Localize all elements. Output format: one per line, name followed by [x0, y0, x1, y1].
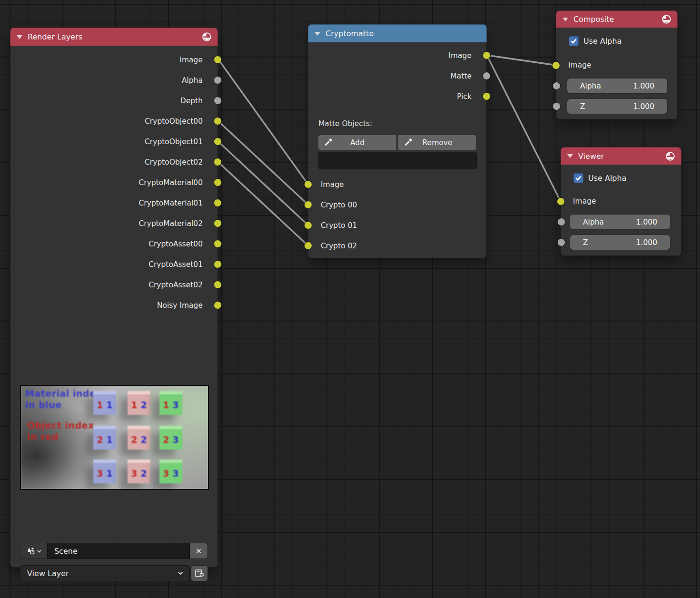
socket-crypto02-input[interactable]	[304, 242, 312, 250]
preview-cube-32: 32	[128, 460, 150, 483]
output-row: Depth	[10, 90, 217, 111]
unlink-scene-button[interactable]: ✕	[190, 543, 208, 559]
socket-cryptoobject02-output[interactable]	[214, 158, 222, 166]
render-layers-node-header[interactable]: Render Layers	[10, 28, 218, 46]
z-slider[interactable]: Z 1.000	[567, 98, 668, 114]
node-type-sphere-icon	[202, 32, 211, 41]
socket-cryptoasset01-output[interactable]	[214, 260, 222, 268]
collapse-icon[interactable]	[567, 154, 573, 158]
socket-matte-output[interactable]	[483, 72, 491, 80]
image-input-row: Image	[573, 196, 596, 207]
viewer-node-body: Use Alpha Image Alpha 1.000 Z 1.000	[561, 165, 681, 256]
socket-label: CryptoObject00	[145, 117, 203, 126]
socket-image-input[interactable]	[557, 197, 565, 206]
socket-crypto01-input[interactable]	[304, 221, 312, 229]
output-row: Image	[308, 45, 486, 66]
blender-compositor-canvas[interactable]: { "colors": { "header_red": "#ad3f4f", "…	[0, 0, 700, 598]
render-single-layer-button[interactable]	[191, 565, 208, 581]
alpha-slider[interactable]: Alpha 1.000	[570, 214, 670, 230]
socket-alpha-input[interactable]	[557, 218, 565, 226]
preview-cube-11: 11	[93, 391, 116, 415]
socket-z-input[interactable]	[557, 238, 565, 246]
viewer-node[interactable]: Viewer Use Alpha Image Alpha 1.000	[561, 147, 681, 256]
cryptomatte-node-header[interactable]: Cryptomatte	[308, 24, 487, 42]
collapse-icon[interactable]	[562, 18, 568, 21]
node-title: Render Layers	[28, 32, 197, 41]
render-layers-node-body: Image Alpha Depth CryptoObject00 CryptoO…	[10, 46, 218, 568]
link-image-to-cryptomatte-image[interactable]	[218, 59, 308, 184]
node-title: Viewer	[578, 152, 661, 161]
composite-node[interactable]: Composite Use Alpha Image Alpha 1.000	[556, 10, 678, 119]
socket-label: CryptoAsset01	[148, 260, 203, 269]
matte-buttons-row: Add Remove	[318, 135, 477, 150]
link-cryptomatte-image-to-composite[interactable]	[487, 55, 556, 65]
socket-noisy-image-output[interactable]	[214, 301, 222, 309]
link-cryptoobject01-to-crypto01[interactable]	[218, 142, 308, 225]
scene-selector-row: Scene ✕	[20, 543, 208, 559]
socket-label: Alpha	[182, 76, 203, 85]
add-button[interactable]: Add	[318, 135, 397, 150]
socket-image-output[interactable]	[214, 56, 222, 64]
link-cryptoobject00-to-crypto00[interactable]	[218, 121, 308, 205]
matte-id-list-field[interactable]	[318, 152, 477, 169]
output-row: Noisy Image	[10, 295, 217, 315]
preview-cube-21: 21	[93, 426, 116, 450]
composite-node-header[interactable]: Composite	[556, 10, 678, 28]
collapse-icon[interactable]	[17, 35, 22, 39]
output-row: CryptoMaterial01	[10, 193, 217, 213]
preview-caption-object: Object index in red	[27, 420, 94, 443]
socket-cryptoasset00-output[interactable]	[214, 240, 222, 248]
output-row: Image	[10, 49, 217, 70]
socket-cryptoobject00-output[interactable]	[214, 117, 222, 125]
scene-browse-button[interactable]	[20, 543, 47, 559]
z-label: Z	[580, 102, 585, 111]
use-alpha-label: Use Alpha	[583, 37, 621, 46]
collapse-icon[interactable]	[315, 32, 320, 36]
viewer-node-header[interactable]: Viewer	[561, 147, 681, 165]
socket-image-output[interactable]	[483, 51, 491, 59]
z-slider[interactable]: Z 1.000	[570, 235, 670, 250]
scene-name-field[interactable]: Scene	[47, 543, 190, 559]
composite-node-body: Use Alpha Image Alpha 1.000 Z 1.000	[556, 28, 678, 119]
cryptomatte-node[interactable]: Cryptomatte Image Matte Pick Matte Objec…	[308, 24, 487, 258]
socket-label: Image	[321, 180, 344, 189]
socket-pick-output[interactable]	[483, 92, 491, 100]
socket-depth-output[interactable]	[214, 97, 222, 105]
socket-label: CryptoAsset00	[148, 240, 203, 248]
output-row: Alpha	[10, 70, 217, 90]
socket-cryptomaterial00-output[interactable]	[214, 178, 222, 186]
socket-cryptomaterial01-output[interactable]	[214, 199, 222, 207]
matte-objects-label: Matte Objects:	[318, 118, 486, 129]
socket-alpha-input[interactable]	[552, 82, 561, 90]
socket-z-input[interactable]	[552, 102, 561, 110]
scene-icon	[26, 546, 36, 556]
preview-cube-13: 13	[159, 391, 182, 415]
link-cryptoobject02-to-crypto02[interactable]	[218, 162, 308, 245]
use-alpha-checkbox[interactable]	[569, 36, 579, 46]
socket-cryptoobject01-output[interactable]	[214, 137, 222, 146]
socket-image-input[interactable]	[304, 180, 312, 188]
use-alpha-checkbox[interactable]	[573, 173, 583, 183]
socket-alpha-output[interactable]	[214, 76, 222, 84]
render-layers-node[interactable]: Render Layers Image Alpha Depth CryptoOb…	[10, 28, 218, 568]
link-cryptomatte-image-to-viewer[interactable]	[487, 55, 561, 201]
socket-cryptoasset02-output[interactable]	[214, 281, 222, 289]
socket-label: CryptoMaterial01	[139, 199, 203, 207]
socket-label: Matte	[450, 72, 472, 80]
view-layer-select[interactable]: View Layer	[20, 565, 189, 581]
remove-button[interactable]: Remove	[398, 135, 477, 150]
alpha-slider[interactable]: Alpha 1.000	[567, 78, 668, 94]
cryptomatte-node-body: Image Matte Pick Matte Objects: Add Remo…	[308, 42, 487, 258]
socket-crypto00-input[interactable]	[304, 201, 312, 209]
socket-label: Image	[448, 51, 472, 60]
view-layer-value: View Layer	[27, 569, 69, 578]
z-value: 1.000	[636, 238, 657, 247]
socket-image-input[interactable]	[552, 61, 560, 69]
remove-button-label: Remove	[423, 138, 453, 147]
cryptomatte-inputs: Image Crypto 00 Crypto 01 Crypto 02	[308, 174, 486, 256]
preview-cube-12: 12	[128, 391, 150, 415]
node-preview-image: Material index in blue Object index in r…	[20, 385, 209, 490]
socket-label: Crypto 02	[321, 242, 357, 250]
eyedropper-icon	[404, 138, 412, 147]
socket-cryptomaterial02-output[interactable]	[214, 219, 222, 227]
